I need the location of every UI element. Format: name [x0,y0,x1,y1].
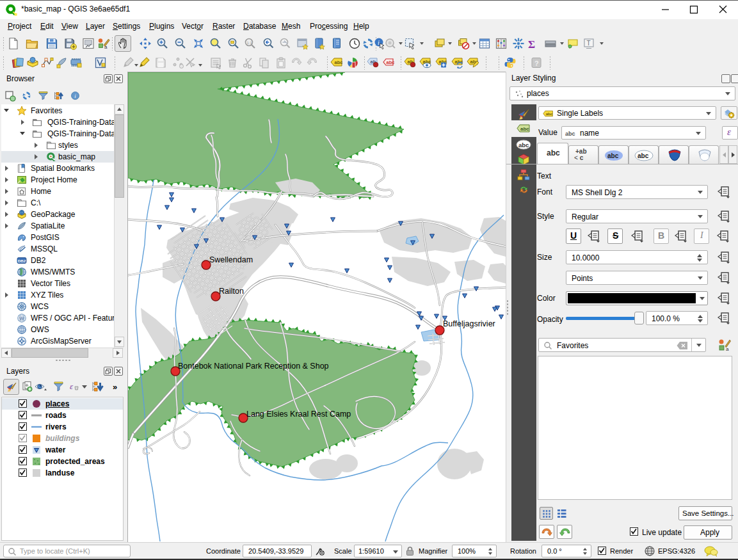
svg-text:abc: abc [638,152,649,159]
svg-text:T: T [587,40,591,47]
svg-text:a: a [726,346,729,351]
svg-text:Swellendam: Swellendam [209,255,253,264]
svg-text:Buffeljagsrivier: Buffeljagsrivier [443,319,495,328]
svg-text:abc: abc [387,60,395,65]
svg-text:i: i [378,39,380,46]
svg-text:?: ? [534,60,539,67]
svg-text:ε: ε [70,381,74,391]
svg-text:DB2: DB2 [18,259,26,263]
svg-text:abc: abc [335,60,343,65]
svg-text:1:1: 1:1 [247,41,253,45]
svg-text:abc: abc [546,111,553,116]
svg-text:Bontebok National Park Recepti: Bontebok National Park Reception & Shop [178,362,329,371]
svg-text:abc: abc [607,152,619,159]
svg-text:abc: abc [455,59,463,65]
svg-text:W: W [19,316,24,321]
svg-text:abc: abc [565,131,575,137]
svg-text:a: a [104,44,108,50]
svg-text:Σ: Σ [528,38,535,51]
svg-text:Railton: Railton [219,287,244,296]
svg-text:Lang Elsies Kraal Rest Camp: Lang Elsies Kraal Rest Camp [246,410,351,419]
